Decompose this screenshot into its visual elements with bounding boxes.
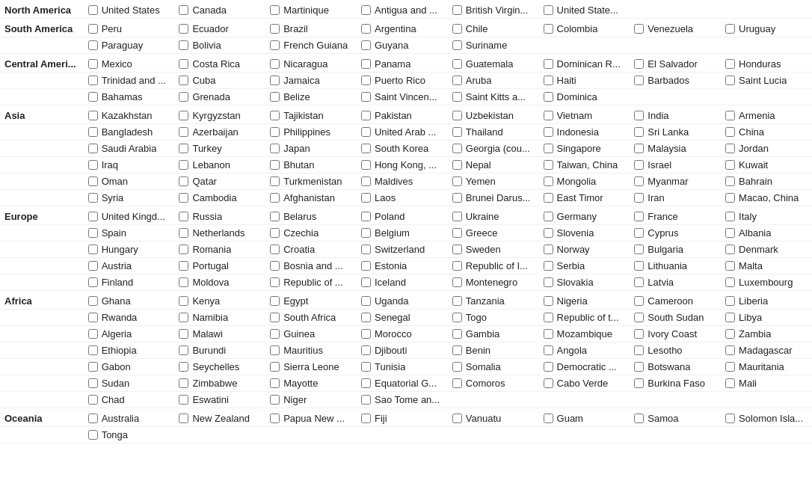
- country-checkbox[interactable]: [634, 245, 644, 254]
- country-checkbox[interactable]: [179, 296, 188, 306]
- country-checkbox[interactable]: [452, 176, 462, 186]
- country-checkbox[interactable]: [544, 245, 553, 254]
- country-checkbox[interactable]: [544, 362, 553, 372]
- country-checkbox[interactable]: [634, 212, 644, 221]
- country-checkbox[interactable]: [452, 277, 462, 287]
- country-checkbox[interactable]: [361, 193, 371, 203]
- country-checkbox[interactable]: [544, 277, 553, 287]
- country-checkbox[interactable]: [179, 5, 188, 15]
- country-checkbox[interactable]: [361, 40, 371, 50]
- country-checkbox[interactable]: [88, 40, 98, 50]
- country-checkbox[interactable]: [544, 92, 553, 102]
- country-checkbox[interactable]: [179, 176, 188, 186]
- country-checkbox[interactable]: [452, 92, 462, 102]
- country-checkbox[interactable]: [361, 362, 371, 372]
- country-checkbox[interactable]: [452, 245, 462, 254]
- country-checkbox[interactable]: [361, 414, 371, 423]
- country-checkbox[interactable]: [452, 76, 462, 85]
- country-checkbox[interactable]: [544, 59, 553, 69]
- country-checkbox[interactable]: [88, 345, 98, 355]
- country-checkbox[interactable]: [361, 245, 371, 254]
- country-checkbox[interactable]: [361, 228, 371, 238]
- country-checkbox[interactable]: [452, 40, 462, 50]
- country-checkbox[interactable]: [270, 313, 280, 322]
- country-checkbox[interactable]: [634, 144, 644, 153]
- country-checkbox[interactable]: [725, 160, 735, 170]
- country-checkbox[interactable]: [452, 144, 462, 153]
- country-checkbox[interactable]: [452, 24, 462, 34]
- country-checkbox[interactable]: [544, 414, 553, 423]
- country-checkbox[interactable]: [270, 24, 280, 34]
- country-checkbox[interactable]: [361, 127, 371, 137]
- country-checkbox[interactable]: [725, 414, 735, 423]
- country-checkbox[interactable]: [270, 277, 280, 287]
- country-checkbox[interactable]: [634, 362, 644, 372]
- country-checkbox[interactable]: [270, 176, 280, 186]
- country-checkbox[interactable]: [88, 176, 98, 186]
- country-checkbox[interactable]: [452, 127, 462, 137]
- country-checkbox[interactable]: [452, 313, 462, 322]
- country-checkbox[interactable]: [270, 362, 280, 372]
- country-checkbox[interactable]: [452, 160, 462, 170]
- country-checkbox[interactable]: [270, 378, 280, 388]
- country-checkbox[interactable]: [361, 313, 371, 322]
- country-checkbox[interactable]: [179, 345, 188, 355]
- country-checkbox[interactable]: [270, 193, 280, 203]
- country-checkbox[interactable]: [544, 76, 553, 85]
- country-checkbox[interactable]: [361, 111, 371, 120]
- country-checkbox[interactable]: [452, 296, 462, 306]
- country-checkbox[interactable]: [725, 345, 735, 355]
- country-checkbox[interactable]: [88, 430, 98, 440]
- country-checkbox[interactable]: [179, 40, 188, 50]
- country-checkbox[interactable]: [452, 212, 462, 221]
- country-checkbox[interactable]: [634, 345, 644, 355]
- country-checkbox[interactable]: [179, 277, 188, 287]
- country-checkbox[interactable]: [725, 24, 735, 34]
- country-checkbox[interactable]: [544, 111, 553, 120]
- country-checkbox[interactable]: [179, 160, 188, 170]
- country-checkbox[interactable]: [270, 144, 280, 153]
- country-checkbox[interactable]: [361, 160, 371, 170]
- country-checkbox[interactable]: [88, 329, 98, 339]
- country-checkbox[interactable]: [179, 127, 188, 137]
- country-checkbox[interactable]: [270, 40, 280, 50]
- country-checkbox[interactable]: [725, 378, 735, 388]
- country-checkbox[interactable]: [270, 212, 280, 221]
- country-checkbox[interactable]: [179, 59, 188, 69]
- country-checkbox[interactable]: [634, 127, 644, 137]
- country-checkbox[interactable]: [452, 329, 462, 339]
- country-checkbox[interactable]: [179, 245, 188, 254]
- country-checkbox[interactable]: [270, 160, 280, 170]
- country-checkbox[interactable]: [270, 59, 280, 69]
- country-checkbox[interactable]: [88, 261, 98, 271]
- country-checkbox[interactable]: [88, 245, 98, 254]
- country-checkbox[interactable]: [634, 378, 644, 388]
- country-checkbox[interactable]: [725, 296, 735, 306]
- country-checkbox[interactable]: [634, 277, 644, 287]
- country-checkbox[interactable]: [634, 24, 644, 34]
- country-checkbox[interactable]: [179, 395, 188, 405]
- country-checkbox[interactable]: [544, 24, 553, 34]
- country-checkbox[interactable]: [544, 296, 553, 306]
- country-checkbox[interactable]: [361, 296, 371, 306]
- country-checkbox[interactable]: [88, 313, 98, 322]
- country-checkbox[interactable]: [88, 144, 98, 153]
- country-checkbox[interactable]: [544, 144, 553, 153]
- country-checkbox[interactable]: [634, 414, 644, 423]
- country-checkbox[interactable]: [544, 212, 553, 221]
- country-checkbox[interactable]: [88, 5, 98, 15]
- country-checkbox[interactable]: [270, 5, 280, 15]
- country-checkbox[interactable]: [452, 362, 462, 372]
- country-checkbox[interactable]: [725, 212, 735, 221]
- country-checkbox[interactable]: [88, 212, 98, 221]
- country-checkbox[interactable]: [544, 160, 553, 170]
- country-checkbox[interactable]: [88, 378, 98, 388]
- country-checkbox[interactable]: [725, 228, 735, 238]
- country-checkbox[interactable]: [88, 160, 98, 170]
- country-checkbox[interactable]: [179, 414, 188, 423]
- country-checkbox[interactable]: [88, 92, 98, 102]
- country-checkbox[interactable]: [725, 76, 735, 85]
- country-checkbox[interactable]: [725, 362, 735, 372]
- country-checkbox[interactable]: [88, 228, 98, 238]
- country-checkbox[interactable]: [361, 212, 371, 221]
